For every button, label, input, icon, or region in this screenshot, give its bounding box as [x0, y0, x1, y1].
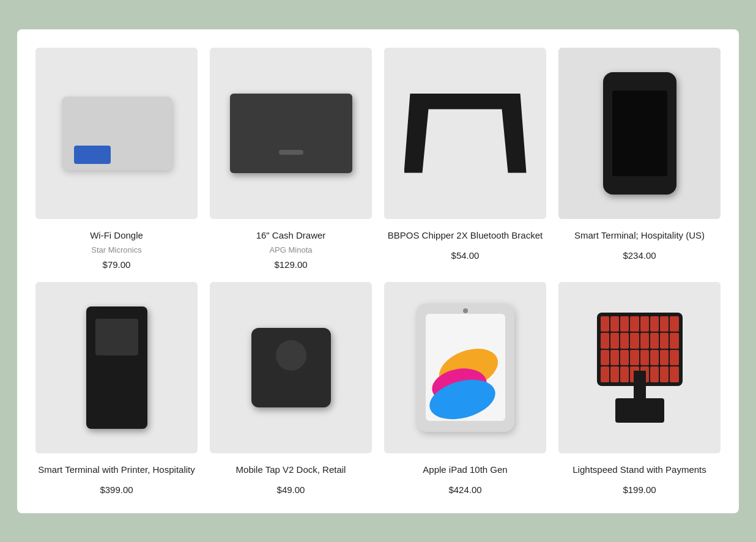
- terminal-screen: [612, 91, 667, 176]
- product-price-mobile-dock: $49.00: [277, 484, 305, 495]
- stand-key: [660, 333, 669, 349]
- product-name-wifi-dongle: Wi-Fi Dongle: [90, 229, 143, 242]
- product-card-lightspeed-stand[interactable]: Lightspeed Stand with Payments $199.00: [558, 282, 721, 495]
- product-image-apple-ipad: [384, 282, 546, 453]
- terminal-printer-shape: [86, 306, 147, 429]
- bbpos-bracket-shape: [404, 94, 527, 173]
- stand-key: [601, 333, 609, 349]
- apple-ipad-image: [384, 282, 546, 453]
- product-image-wifi-dongle: [35, 48, 198, 219]
- product-name-bbpos-bracket: BBPOS Chipper 2X Bluetooth Bracket: [388, 229, 543, 242]
- stand-key: [610, 350, 619, 366]
- wifi-dongle-image: [35, 48, 198, 219]
- product-grid: Wi-Fi Dongle Star Micronics $79.00 16" C…: [35, 48, 721, 495]
- product-card-cash-drawer[interactable]: 16" Cash Drawer APG Minota $129.00: [210, 48, 372, 270]
- stand-key: [610, 366, 619, 382]
- product-name-mobile-dock: Mobile Tap V2 Dock, Retail: [236, 463, 346, 476]
- product-card-bbpos-bracket[interactable]: BBPOS Chipper 2X Bluetooth Bracket $54.0…: [384, 48, 546, 270]
- stand-key: [650, 316, 659, 332]
- lightspeed-stand-image: [558, 282, 721, 453]
- product-price-wifi-dongle: $79.00: [103, 259, 131, 270]
- product-price-lightspeed-stand: $199.00: [623, 484, 656, 495]
- stand-key: [670, 350, 678, 366]
- stand-key: [660, 366, 669, 382]
- product-image-mobile-dock: [210, 282, 372, 453]
- stand-key: [601, 350, 609, 366]
- product-name-terminal-printer: Smart Terminal with Printer, Hospitality: [38, 463, 195, 476]
- stand-key: [610, 333, 619, 349]
- product-price-apple-ipad: $424.00: [448, 484, 481, 495]
- smart-terminal-image: [558, 48, 721, 219]
- ipad-shape: [417, 303, 514, 432]
- stand-key: [630, 316, 639, 332]
- product-price-terminal-printer: $399.00: [100, 484, 133, 495]
- catalog-container: Wi-Fi Dongle Star Micronics $79.00 16" C…: [17, 29, 739, 513]
- stand-key: [640, 333, 649, 349]
- product-image-bbpos-bracket: [384, 48, 546, 219]
- product-image-terminal-printer: [35, 282, 198, 453]
- stand-base: [615, 398, 664, 423]
- stand-key: [630, 350, 639, 366]
- stand-pole: [634, 371, 646, 401]
- product-price-cash-drawer: $129.00: [274, 259, 307, 270]
- product-image-cash-drawer: [210, 48, 372, 219]
- stand-key: [620, 333, 629, 349]
- product-brand-cash-drawer: APG Minota: [269, 245, 312, 254]
- product-price-bbpos-bracket: $54.00: [451, 250, 480, 261]
- product-price-smart-terminal: $234.00: [623, 250, 656, 261]
- smart-terminal-shape: [603, 72, 676, 195]
- product-name-lightspeed-stand: Lightspeed Stand with Payments: [573, 463, 706, 476]
- stand-key: [620, 366, 629, 382]
- stand-key: [660, 350, 669, 366]
- product-card-terminal-printer[interactable]: Smart Terminal with Printer, Hospitality…: [35, 282, 198, 495]
- stand-key: [670, 316, 678, 332]
- product-card-smart-terminal[interactable]: Smart Terminal; Hospitality (US) $234.00: [558, 48, 721, 270]
- mobile-dock-image: [210, 282, 372, 453]
- stand-key: [650, 350, 659, 366]
- mobile-dock-shape: [251, 328, 331, 407]
- printer-screen: [95, 319, 138, 355]
- product-image-smart-terminal: [558, 48, 721, 219]
- product-brand-wifi-dongle: Star Micronics: [91, 245, 141, 254]
- stand-key: [610, 316, 619, 332]
- stand-key: [620, 350, 629, 366]
- product-card-apple-ipad[interactable]: Apple iPad 10th Gen $424.00: [384, 282, 546, 495]
- stand-key: [670, 366, 678, 382]
- stand-key: [601, 316, 609, 332]
- bbpos-bracket-image: [384, 48, 546, 219]
- ipad-camera: [463, 308, 468, 313]
- terminal-printer-image: [35, 282, 198, 453]
- product-image-lightspeed-stand: [558, 282, 721, 453]
- product-card-wifi-dongle[interactable]: Wi-Fi Dongle Star Micronics $79.00: [35, 48, 198, 270]
- product-name-apple-ipad: Apple iPad 10th Gen: [423, 463, 507, 476]
- stand-key: [601, 366, 609, 382]
- stand-key: [650, 366, 659, 382]
- stand-key: [670, 333, 678, 349]
- stand-key: [640, 350, 649, 366]
- stand-key: [620, 316, 629, 332]
- product-name-cash-drawer: 16" Cash Drawer: [256, 229, 326, 242]
- stand-key: [650, 333, 659, 349]
- stand-key: [640, 316, 649, 332]
- lightspeed-stand-shape: [591, 313, 689, 423]
- product-card-mobile-dock[interactable]: Mobile Tap V2 Dock, Retail $49.00: [210, 282, 372, 495]
- cash-drawer-shape: [230, 94, 352, 173]
- stand-key: [660, 316, 669, 332]
- wifi-dongle-shape: [62, 97, 172, 170]
- stand-key: [630, 333, 639, 349]
- product-name-smart-terminal: Smart Terminal; Hospitality (US): [574, 229, 705, 242]
- ipad-screen: [426, 314, 505, 421]
- cash-drawer-image: [210, 48, 372, 219]
